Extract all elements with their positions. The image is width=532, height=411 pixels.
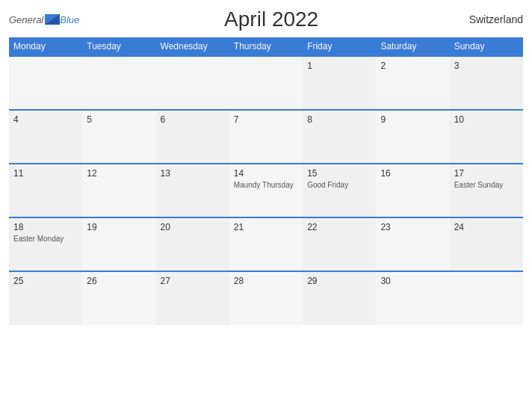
day-number: 29 (307, 276, 371, 286)
calendar-day-cell: 14Maundy Thursday (229, 164, 303, 217)
calendar-week-row: 123 (9, 56, 523, 110)
calendar-day-cell: 7 (229, 110, 303, 164)
calendar-day-cell: 25 (9, 271, 82, 325)
calendar-day-cell: 1 (303, 56, 376, 110)
day-number: 14 (234, 168, 298, 179)
holiday-label: Good Friday (307, 180, 371, 190)
calendar-day-cell: 3 (450, 56, 523, 110)
calendar-day-cell: 28 (229, 271, 303, 325)
calendar-day-cell: 8 (303, 110, 376, 164)
calendar-day-cell: 29 (303, 271, 376, 325)
calendar-day-cell (450, 271, 523, 325)
logo-blue-text: Blue (60, 14, 79, 25)
day-number: 7 (234, 114, 298, 125)
calendar-week-row: 45678910 (9, 110, 523, 164)
day-number: 26 (87, 276, 151, 286)
day-number: 25 (13, 276, 78, 286)
country-label: Switzerland (463, 13, 523, 25)
day-number: 24 (454, 222, 519, 232)
day-number: 13 (161, 168, 225, 179)
col-thursday: Thursday (229, 37, 303, 56)
day-number: 5 (87, 114, 151, 125)
calendar-day-cell: 4 (9, 110, 82, 164)
col-saturday: Saturday (376, 37, 449, 56)
weekday-header-row: Monday Tuesday Wednesday Thursday Friday… (9, 37, 523, 56)
calendar-day-cell: 9 (376, 110, 449, 164)
day-number: 11 (13, 168, 78, 179)
day-number: 6 (161, 114, 225, 125)
calendar-day-cell (156, 56, 229, 110)
day-number: 18 (13, 222, 78, 232)
day-number: 30 (380, 276, 445, 286)
calendar-day-cell: 27 (156, 271, 229, 325)
day-number: 19 (87, 222, 151, 232)
logo-general-text: General (9, 14, 43, 25)
col-tuesday: Tuesday (82, 37, 155, 56)
holiday-label: Easter Monday (13, 234, 78, 244)
day-number: 9 (380, 114, 445, 125)
day-number: 12 (87, 168, 151, 179)
col-monday: Monday (9, 37, 82, 56)
calendar-table: Monday Tuesday Wednesday Thursday Friday… (9, 37, 523, 325)
calendar-day-cell: 12 (82, 164, 155, 217)
calendar-day-cell: 5 (82, 110, 155, 164)
day-number: 10 (454, 114, 519, 125)
calendar-week-row: 18Easter Monday192021222324 (9, 217, 523, 271)
calendar-day-cell: 30 (376, 271, 449, 325)
col-sunday: Sunday (450, 37, 523, 56)
calendar-day-cell: 23 (376, 217, 449, 271)
calendar-day-cell (82, 56, 155, 110)
calendar-day-cell: 22 (303, 217, 376, 271)
calendar-day-cell: 18Easter Monday (9, 217, 82, 271)
calendar-day-cell: 6 (156, 110, 229, 164)
calendar-day-cell: 24 (450, 217, 523, 271)
calendar-day-cell: 21 (229, 217, 303, 271)
calendar-day-cell: 13 (156, 164, 229, 217)
calendar-title: April 2022 (79, 7, 463, 31)
day-number: 4 (13, 114, 78, 125)
day-number: 17 (454, 168, 519, 179)
col-wednesday: Wednesday (156, 37, 229, 56)
calendar-week-row: 11121314Maundy Thursday15Good Friday1617… (9, 164, 523, 217)
day-number: 28 (234, 276, 298, 286)
holiday-label: Maundy Thursday (234, 180, 298, 190)
day-number: 23 (380, 222, 445, 232)
calendar-day-cell (9, 56, 82, 110)
calendar-day-cell: 15Good Friday (303, 164, 376, 217)
calendar-day-cell: 2 (376, 56, 449, 110)
calendar-day-cell: 16 (376, 164, 449, 217)
holiday-label: Easter Sunday (454, 180, 519, 190)
calendar-day-cell: 11 (9, 164, 82, 217)
day-number: 22 (307, 222, 371, 232)
header: General Blue April 2022 Switzerland (9, 7, 523, 31)
day-number: 3 (454, 61, 519, 71)
day-number: 15 (307, 168, 371, 179)
calendar-day-cell: 19 (82, 217, 155, 271)
col-friday: Friday (303, 37, 376, 56)
calendar-day-cell: 17Easter Sunday (450, 164, 523, 217)
day-number: 2 (380, 61, 445, 71)
day-number: 20 (161, 222, 225, 232)
day-number: 1 (307, 61, 371, 71)
calendar-day-cell: 26 (82, 271, 155, 325)
logo: General Blue (9, 14, 79, 25)
calendar-day-cell: 20 (156, 217, 229, 271)
calendar-day-cell (229, 56, 303, 110)
logo-flag-icon (45, 14, 60, 25)
day-number: 21 (234, 222, 298, 232)
calendar-week-row: 252627282930 (9, 271, 523, 325)
day-number: 27 (161, 276, 225, 286)
day-number: 16 (380, 168, 445, 179)
calendar-day-cell: 10 (450, 110, 523, 164)
calendar-page: General Blue April 2022 Switzerland Mond… (0, 0, 532, 411)
day-number: 8 (307, 114, 371, 125)
